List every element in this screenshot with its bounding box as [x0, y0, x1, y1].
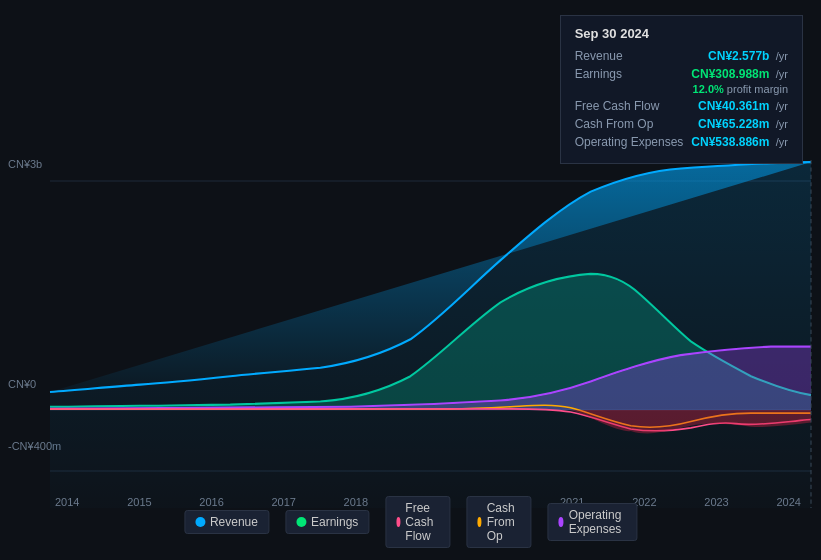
legend-item-fcf[interactable]: Free Cash Flow: [385, 496, 450, 548]
revenue-fill: [50, 162, 811, 508]
chart-svg: [50, 160, 811, 508]
y-label-0: CN¥0: [8, 378, 36, 390]
tooltip-value-cashfromop: CN¥65.228m: [698, 117, 769, 131]
tooltip-value-fcf: CN¥40.361m: [698, 99, 769, 113]
y-label-3b: CN¥3b: [8, 158, 42, 170]
tooltip-row-revenue: Revenue CN¥2.577b /yr: [575, 49, 788, 63]
tooltip-label-revenue: Revenue: [575, 49, 675, 63]
tooltip-value-opex: CN¥538.886m: [691, 135, 769, 149]
legend-dot-cashfromop: [477, 517, 481, 527]
tooltip-date: Sep 30 2024: [575, 26, 788, 41]
x-label-2024: 2024: [776, 496, 800, 508]
legend: Revenue Earnings Free Cash Flow Cash Fro…: [184, 496, 637, 548]
legend-dot-opex: [558, 517, 563, 527]
legend-label-revenue: Revenue: [210, 515, 258, 529]
legend-label-earnings: Earnings: [311, 515, 358, 529]
tooltip-row-fcf: Free Cash Flow CN¥40.361m /yr: [575, 99, 788, 113]
legend-dot-fcf: [396, 517, 400, 527]
tooltip-profit-margin: 12.0% profit margin: [575, 83, 788, 95]
tooltip: Sep 30 2024 Revenue CN¥2.577b /yr Earnin…: [560, 15, 803, 164]
tooltip-label-cashfromop: Cash From Op: [575, 117, 675, 131]
tooltip-row-cashfromop: Cash From Op CN¥65.228m /yr: [575, 117, 788, 131]
tooltip-row-earnings: Earnings CN¥308.988m /yr: [575, 67, 788, 81]
tooltip-unit-opex: /yr: [776, 136, 788, 148]
legend-dot-revenue: [195, 517, 205, 527]
tooltip-label-fcf: Free Cash Flow: [575, 99, 675, 113]
legend-label-cashfromop: Cash From Op: [487, 501, 521, 543]
tooltip-label-opex: Operating Expenses: [575, 135, 684, 149]
x-label-2015: 2015: [127, 496, 151, 508]
tooltip-unit-cashfromop: /yr: [776, 118, 788, 130]
legend-item-cashfromop[interactable]: Cash From Op: [466, 496, 531, 548]
tooltip-unit-fcf: /yr: [776, 100, 788, 112]
legend-item-revenue[interactable]: Revenue: [184, 510, 269, 534]
legend-item-earnings[interactable]: Earnings: [285, 510, 369, 534]
legend-label-fcf: Free Cash Flow: [405, 501, 439, 543]
tooltip-unit-earnings: /yr: [776, 68, 788, 80]
chart-area: [50, 160, 811, 508]
tooltip-value-revenue: CN¥2.577b: [708, 49, 769, 63]
tooltip-value-earnings: CN¥308.988m: [691, 67, 769, 81]
tooltip-unit-revenue: /yr: [776, 50, 788, 62]
x-label-2014: 2014: [55, 496, 79, 508]
chart-container: Sep 30 2024 Revenue CN¥2.577b /yr Earnin…: [0, 0, 821, 560]
legend-label-opex: Operating Expenses: [569, 508, 626, 536]
tooltip-label-earnings: Earnings: [575, 67, 675, 81]
legend-dot-earnings: [296, 517, 306, 527]
legend-item-opex[interactable]: Operating Expenses: [547, 503, 637, 541]
x-label-2023: 2023: [704, 496, 728, 508]
tooltip-row-opex: Operating Expenses CN¥538.886m /yr: [575, 135, 788, 149]
